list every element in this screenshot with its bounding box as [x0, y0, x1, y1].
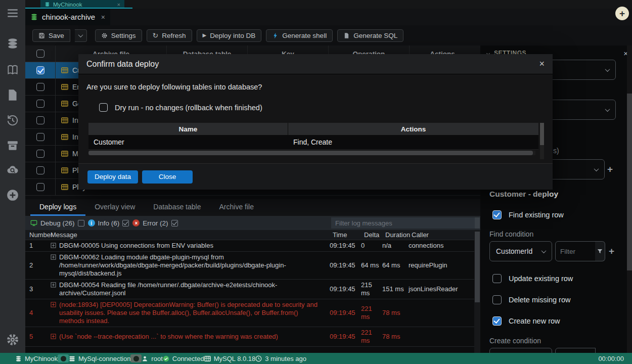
database-color-chip[interactable] [58, 354, 69, 362]
new-tab-button[interactable]: + [615, 7, 629, 20]
table-name-cell: Customer [88, 138, 288, 146]
gear-icon[interactable] [6, 333, 20, 347]
status-connection[interactable]: MySql-connection [69, 355, 130, 362]
close-icon[interactable]: × [101, 13, 105, 21]
error-checkbox[interactable] [171, 220, 178, 226]
expand-icon[interactable] [51, 243, 56, 248]
log-filter-bar: Debug (26) i Info (6) × Error (2) [25, 216, 480, 230]
menu-icon[interactable] [6, 6, 20, 20]
row-checkbox[interactable] [36, 66, 44, 74]
modal-footer: Deploy data Close [78, 163, 553, 190]
row-checkbox[interactable] [36, 150, 44, 158]
modal-close-button[interactable]: Close [142, 170, 193, 184]
archive-box-icon[interactable] [6, 139, 20, 153]
filter-funnel-button[interactable] [595, 241, 605, 261]
find-condition-field-select[interactable]: CustomerId [489, 241, 552, 261]
log-row[interactable]: 5 (Use `node --trace-deprecation ...` to… [25, 327, 480, 347]
chevron-down-icon [78, 32, 83, 37]
tab-overlay-view[interactable]: Overlay view [85, 199, 144, 216]
table-icon [61, 184, 68, 191]
status-database[interactable]: MyChinook [15, 355, 58, 362]
table-icon [61, 133, 68, 141]
find-existing-checkbox[interactable] [492, 210, 502, 219]
expand-icon[interactable] [51, 254, 56, 260]
book-icon[interactable] [6, 63, 20, 77]
create-condition-filter-input[interactable] [555, 348, 596, 353]
chevron-down-icon [594, 166, 599, 171]
log-tabs: Deploy logs Overlay view Database table … [25, 199, 480, 216]
tab-deploy-logs[interactable]: Deploy logs [30, 199, 85, 216]
log-header-row: Number Message Time Delta Duration Calle… [25, 230, 480, 240]
update-existing-row-option[interactable]: Update existing row [492, 274, 573, 283]
deploy-into-db-button[interactable]: ▶ Deploy into DB [197, 29, 262, 42]
cloud-search-icon[interactable] [6, 163, 20, 177]
log-filter-input[interactable] [331, 217, 478, 229]
generate-shell-button[interactable]: Generate shell [266, 29, 333, 42]
play-icon: ▶ [203, 33, 207, 38]
deploy-data-button[interactable]: Deploy data [87, 170, 138, 184]
expand-icon[interactable] [51, 334, 56, 339]
create-new-checkbox[interactable] [492, 316, 502, 326]
info-checkbox[interactable] [122, 220, 129, 226]
name-column-header: Name [88, 123, 288, 135]
scrollbar-thumb[interactable] [627, 94, 632, 270]
tab-database-table[interactable]: Database table [144, 199, 210, 216]
database-icon[interactable] [6, 36, 20, 51]
log-scrollbar[interactable] [474, 230, 480, 353]
scrollbar-thumb[interactable] [540, 123, 544, 145]
chevron-down-icon [605, 67, 610, 72]
log-row[interactable]: 3 DBGM-00054 Reading file /home/runner/.… [25, 280, 480, 299]
dry-run-option[interactable]: Dry run - no changes (rollback when fini… [99, 103, 262, 112]
log-row[interactable]: 1 DBGM-00005 Using connections from ENV … [25, 240, 480, 252]
add-circle-icon[interactable] [6, 188, 20, 202]
row-checkbox[interactable] [36, 116, 44, 124]
expand-icon[interactable] [51, 302, 56, 307]
tab-archive-file[interactable]: Archive file [210, 199, 262, 216]
file-icon[interactable] [6, 88, 20, 102]
find-condition-filter-input[interactable] [555, 241, 596, 261]
status-refresh-time[interactable]: 3 minutes ago [255, 355, 306, 362]
settings-scrollbar[interactable] [627, 46, 632, 353]
scrollbar-corner [475, 217, 480, 229]
history-icon[interactable] [6, 113, 20, 127]
delete-missing-checkbox[interactable] [492, 295, 502, 304]
scrollbar-thumb[interactable] [88, 151, 533, 155]
delete-missing-row-option[interactable]: Delete missing row [492, 295, 571, 304]
row-checkbox[interactable] [36, 83, 44, 91]
update-existing-checkbox[interactable] [492, 274, 502, 283]
save-dropdown-button[interactable] [75, 29, 87, 42]
add-icon[interactable]: + [607, 164, 613, 175]
save-icon [38, 32, 45, 39]
row-checkbox[interactable] [36, 100, 44, 108]
scrollbar-thumb[interactable] [475, 232, 480, 302]
select-all-checkbox[interactable] [36, 50, 44, 58]
modal-table-vscrollbar[interactable] [540, 123, 544, 159]
generate-sql-button[interactable]: Generate SQL [337, 29, 403, 42]
log-row[interactable]: 2 DBGM-00062 Loading module dbgate-plugi… [25, 252, 480, 280]
expand-icon[interactable] [51, 282, 56, 288]
table-icon [61, 100, 68, 107]
log-row[interactable]: 4 (node:18934) [DEP0005] DeprecationWarn… [25, 299, 480, 327]
check-circle-icon [163, 355, 169, 362]
find-existing-row-option[interactable]: Find existing row [492, 210, 564, 219]
close-icon[interactable]: × [117, 2, 120, 8]
tab-chinook-archive[interactable]: chinook-archive × [25, 9, 110, 25]
settings-button[interactable]: Settings [95, 29, 142, 42]
error-icon: × [132, 219, 140, 226]
add-condition-icon[interactable]: + [609, 246, 614, 257]
debug-checkbox[interactable] [78, 220, 84, 226]
connection-color-icon [133, 356, 139, 361]
close-icon[interactable]: × [539, 59, 545, 69]
connection-color-chip[interactable] [130, 354, 142, 362]
row-checkbox[interactable] [36, 133, 44, 141]
create-new-row-option[interactable]: Create new row [492, 316, 560, 326]
gear-icon [101, 32, 108, 39]
status-user: root [142, 355, 162, 362]
refresh-button[interactable]: ↻ Refresh [147, 29, 192, 42]
create-condition-field-select[interactable] [489, 348, 552, 353]
row-checkbox[interactable] [36, 166, 44, 174]
save-button[interactable]: Save [32, 29, 70, 42]
row-checkbox[interactable] [36, 183, 44, 191]
modal-table-hscrollbar[interactable] [88, 151, 535, 155]
dry-run-checkbox[interactable] [99, 103, 108, 112]
